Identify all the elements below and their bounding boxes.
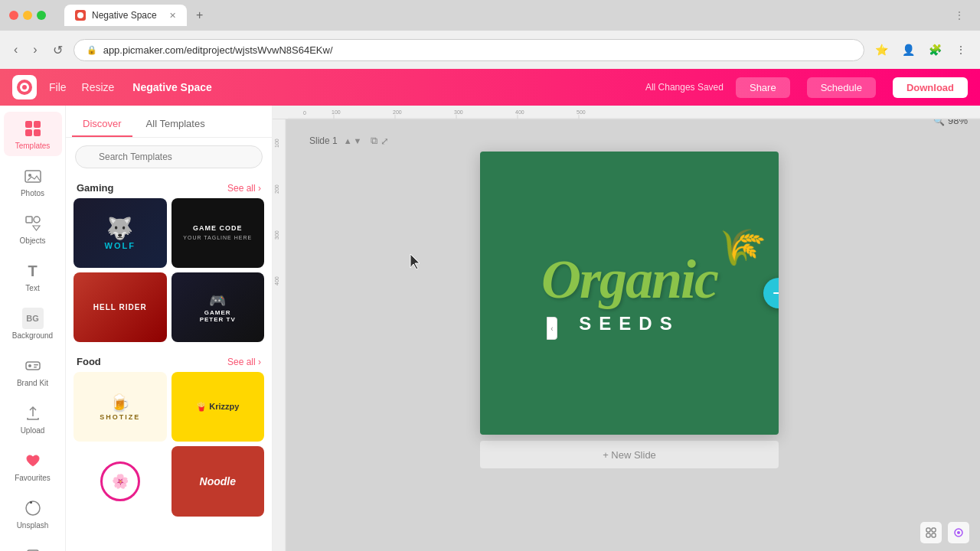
svg-text:300: 300 [274, 230, 279, 240]
schedule-button[interactable]: Schedule [807, 77, 876, 98]
minimize-window-btn[interactable] [23, 11, 32, 20]
template-shotize[interactable]: 🍺 SHOTIZE [74, 372, 167, 442]
svg-text:0: 0 [303, 110, 306, 116]
sidebar-item-favourites[interactable]: Favourites [4, 444, 62, 488]
app-container: File Resize Negative Space All Changes S… [0, 69, 980, 551]
ruler-top: 0 100 200 300 400 500 [273, 106, 980, 119]
sidebar-item-upload[interactable]: Upload [4, 396, 62, 441]
svg-rect-10 [26, 217, 32, 223]
settings-btn[interactable] [948, 522, 969, 543]
slide-expand-btn[interactable]: ⤢ [381, 135, 389, 147]
header-menu: File Resize Negative Space [49, 81, 212, 93]
tab-close-btn[interactable]: ✕ [169, 11, 176, 21]
browser-menu-btn[interactable]: ⋮ [954, 9, 971, 21]
svg-point-0 [77, 12, 83, 18]
food-section-header: Food See all › [66, 350, 272, 372]
canvas-scroll[interactable]: Slide 1 ▲ ▼ ⧉ ⤢ [273, 119, 980, 551]
sidebar-item-unsplash[interactable]: Unsplash [4, 491, 62, 536]
canvas-area: 🔍 98% 0 100 200 300 400 [273, 106, 980, 551]
menu-resize[interactable]: Resize [82, 81, 115, 93]
svg-point-11 [34, 217, 40, 223]
sidebar-item-objects[interactable]: Objects [4, 207, 62, 251]
svg-text:200: 200 [274, 184, 279, 194]
favourites-label: Favourites [15, 474, 51, 482]
organic-seeds-design: 🌾 Organic SEEDS [541, 252, 717, 334]
browser-nav: ‹ › ↺ 🔒 app.picmaker.com/editproject/wjs… [0, 31, 980, 69]
food-title: Food [77, 356, 101, 367]
download-button[interactable]: Download [893, 77, 968, 98]
template-noodle[interactable]: Noodle [172, 446, 265, 516]
share-button[interactable]: Share [736, 77, 790, 98]
gaming-title: Gaming [77, 182, 113, 194]
address-bar[interactable]: 🔒 app.picmaker.com/editproject/wjstsWvwN… [74, 39, 864, 61]
tab-all-templates[interactable]: All Templates [136, 112, 216, 137]
bottom-bar [920, 522, 969, 543]
gaming-see-all[interactable]: See all › [227, 183, 261, 194]
panel-collapse-btn[interactable]: ‹ [547, 317, 557, 340]
unsplash-icon [22, 497, 44, 519]
profile-btn[interactable]: 👤 [897, 41, 920, 59]
back-btn[interactable]: ‹ [9, 40, 22, 60]
maximize-window-btn[interactable] [37, 11, 46, 20]
slide-nav-down[interactable]: ▼ [354, 136, 362, 145]
sidebar-icons: Templates Photos [0, 106, 66, 551]
photos-icon [22, 165, 44, 187]
forward-btn[interactable]: › [28, 40, 41, 60]
grid-view-btn[interactable] [920, 522, 942, 543]
grid-icon [926, 527, 936, 538]
extensions-btn[interactable]: 🧩 [924, 41, 946, 59]
canvas-action-btn[interactable] [763, 278, 779, 308]
template-wolf[interactable]: 🐺 WOLF [74, 198, 167, 268]
bookmark-btn[interactable]: ⭐ [871, 41, 893, 59]
svg-text:100: 100 [332, 109, 341, 115]
browser-tab-active[interactable]: Negative Space ✕ [64, 5, 187, 26]
browser-titlebar: Negative Space ✕ + ⋮ [0, 0, 980, 31]
tab-title: Negative Space [92, 10, 157, 21]
slide-copy-btn[interactable]: ⧉ [371, 135, 377, 147]
food-template-grid: 🍺 SHOTIZE 🍟 Krizzpy 🌸 [66, 372, 272, 523]
svg-rect-13 [26, 362, 40, 370]
new-tab-btn[interactable]: + [190, 5, 209, 25]
svg-rect-41 [932, 533, 936, 537]
svg-point-9 [28, 174, 31, 177]
svg-point-43 [957, 531, 960, 534]
sidebar-item-templates[interactable]: Templates [4, 112, 62, 156]
sidebar-item-brand-kit[interactable]: Brand Kit [4, 349, 62, 393]
template-circle-logo[interactable]: 🌸 [74, 446, 167, 516]
more-btn[interactable]: ⋮ [951, 41, 971, 59]
svg-marker-12 [33, 226, 40, 230]
template-krizzpy[interactable]: 🍟 Krizzpy [172, 372, 265, 442]
svg-text:300: 300 [454, 109, 463, 115]
template-hellrider[interactable]: HELL RIDER [74, 272, 167, 342]
search-input[interactable] [75, 145, 263, 168]
browser-chrome: Negative Space ✕ + ⋮ ‹ › ↺ 🔒 app.picmake… [0, 0, 980, 69]
sidebar-item-book-demo[interactable]: Book Demo [4, 539, 62, 551]
svg-point-17 [26, 501, 40, 515]
svg-rect-5 [34, 121, 41, 128]
lock-icon: 🔒 [87, 45, 97, 55]
menu-file[interactable]: File [49, 81, 67, 93]
slide-nav-up[interactable]: ▲ [344, 136, 352, 145]
ruler-left: 100 200 300 400 [273, 119, 286, 551]
svg-rect-4 [25, 121, 32, 128]
sidebar-item-photos[interactable]: Photos [4, 159, 62, 204]
sidebar-item-background[interactable]: BG Background [4, 302, 62, 346]
svg-text:100: 100 [274, 139, 279, 148]
refresh-btn[interactable]: ↺ [48, 40, 67, 60]
new-slide-btn[interactable]: + New Slide [480, 441, 779, 468]
slide-canvas[interactable]: 🌾 Organic SEEDS [480, 152, 779, 435]
text-label: Text [25, 284, 39, 292]
upload-icon [22, 403, 44, 424]
close-window-btn[interactable] [9, 11, 18, 20]
svg-rect-39 [932, 528, 936, 532]
project-name[interactable]: Negative Space [132, 81, 212, 93]
gaming-section-header: Gaming See all › [66, 176, 272, 198]
template-gamecode[interactable]: GAME CODEYOUR TAGLINE HERE [172, 198, 265, 268]
seeds-text: SEEDS [541, 313, 717, 334]
canvas-inner: Slide 1 ▲ ▼ ⧉ ⤢ [279, 119, 980, 551]
sidebar-item-text[interactable]: T Text [4, 254, 62, 298]
app-logo[interactable] [12, 75, 37, 99]
tab-discover[interactable]: Discover [72, 112, 132, 137]
food-see-all[interactable]: See all › [227, 357, 261, 367]
template-gamer[interactable]: 🎮 GAMERPETER TV [172, 272, 265, 342]
